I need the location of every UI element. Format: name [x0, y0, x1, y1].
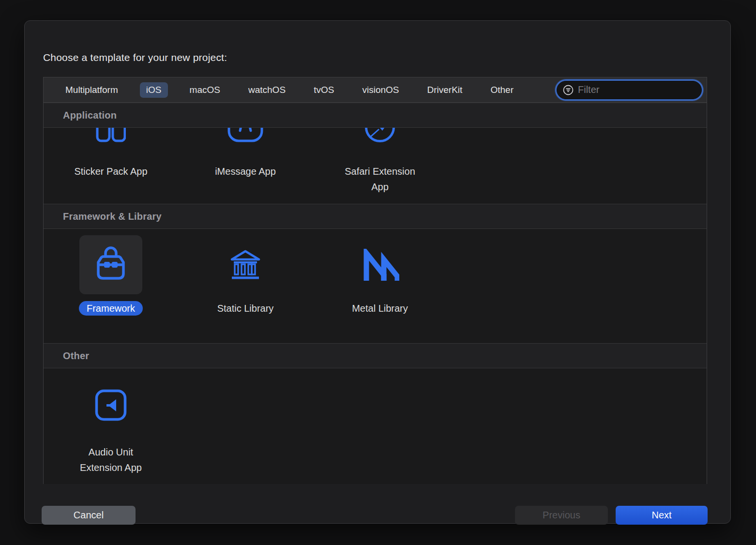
- new-project-template-dialog: Choose a template for your new project: …: [24, 20, 731, 524]
- template-imessage-app[interactable]: iMessage App: [178, 128, 313, 179]
- section-framework-library-items: Framework: [44, 229, 707, 343]
- tab-macos[interactable]: macOS: [183, 82, 227, 98]
- platform-tabs: Multiplatform iOS macOS watchOS tvOS vis…: [59, 82, 520, 98]
- template-static-library[interactable]: Static Library: [178, 235, 313, 316]
- template-metal-library[interactable]: Metal Library: [313, 235, 447, 316]
- section-header-application: Application: [44, 103, 707, 128]
- template-chooser-panel: Multiplatform iOS macOS watchOS tvOS vis…: [43, 77, 707, 484]
- tab-multiplatform[interactable]: Multiplatform: [59, 82, 124, 98]
- platform-tabbar: Multiplatform iOS macOS watchOS tvOS vis…: [44, 77, 707, 103]
- tab-other[interactable]: Other: [484, 82, 520, 98]
- previous-button[interactable]: Previous: [515, 506, 608, 525]
- selected-template-tile: [79, 235, 142, 294]
- tab-driverkit[interactable]: DriverKit: [421, 82, 469, 98]
- template-sticker-pack-app[interactable]: Sticker Pack App: [44, 128, 178, 179]
- template-framework[interactable]: Framework: [44, 235, 178, 316]
- sticker-pack-icon: [96, 128, 126, 142]
- static-library-icon: [230, 250, 260, 280]
- template-audio-unit-extension-app[interactable]: Audio Unit Extension App: [44, 389, 178, 475]
- tab-watchos[interactable]: watchOS: [242, 82, 292, 98]
- framework-toolbox-icon: [90, 243, 132, 286]
- dialog-title: Choose a template for your new project:: [43, 52, 227, 63]
- section-header-framework-library: Framework & Library: [44, 204, 707, 229]
- tab-tvos[interactable]: tvOS: [307, 82, 340, 98]
- safari-extension-icon: [364, 128, 396, 142]
- template-safari-extension-app[interactable]: Safari Extension App: [313, 128, 447, 195]
- section-other-items: Audio Unit Extension App: [44, 368, 707, 484]
- audio-unit-icon: [95, 389, 127, 421]
- section-application-items: Sticker Pack App iMessage App: [44, 128, 707, 204]
- next-button[interactable]: Next: [616, 506, 708, 525]
- metal-library-icon: [361, 249, 399, 281]
- selected-template-label: Framework: [79, 301, 143, 316]
- filter-placeholder: Filter: [578, 84, 599, 95]
- section-header-other: Other: [44, 343, 707, 368]
- tab-visionos[interactable]: visionOS: [356, 82, 405, 98]
- imessage-icon: [227, 128, 264, 142]
- filter-icon: [563, 85, 574, 95]
- filter-input[interactable]: Filter: [557, 81, 702, 99]
- cancel-button[interactable]: Cancel: [42, 506, 136, 525]
- tab-ios[interactable]: iOS: [140, 82, 168, 98]
